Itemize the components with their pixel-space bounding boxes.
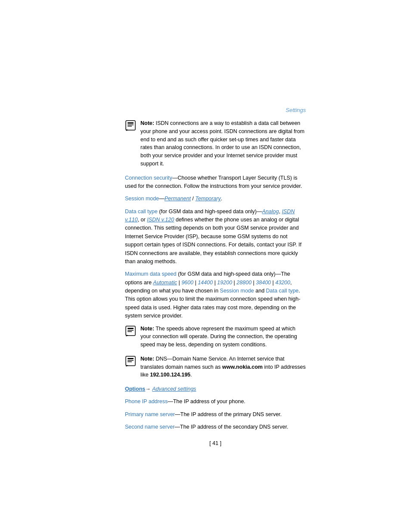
session-mode-link[interactable]: Session mode — [125, 196, 159, 202]
svg-rect-4 — [126, 326, 135, 336]
note2-bold: Note: — [140, 326, 154, 332]
second-name-text: —The IP address of the secondary DNS ser… — [174, 424, 288, 430]
settings-label: Settings — [286, 107, 306, 113]
note1-text: Note: ISDN connections are a way to esta… — [140, 119, 306, 168]
primary-name-link[interactable]: Primary name server — [125, 411, 175, 417]
note-block-2: Note: The speeds above represent the max… — [125, 325, 306, 349]
svg-rect-5 — [128, 328, 134, 329]
speed-28800: 28800 — [237, 280, 252, 286]
svg-rect-0 — [126, 121, 135, 130]
note1-body: ISDN connections are a way to establish … — [140, 120, 305, 167]
note1-bold: Note: — [140, 120, 154, 126]
data-call-type-text2: defines whether the phone uses an analog… — [125, 217, 302, 264]
svg-rect-10 — [128, 360, 134, 361]
svg-rect-6 — [128, 330, 134, 331]
note3-period: . — [190, 372, 192, 378]
phone-ip-para: Phone IP address—The IP address of your … — [125, 398, 306, 406]
data-call-type-link[interactable]: Data call type — [125, 208, 158, 215]
session-mode-slash: / — [191, 196, 195, 202]
connection-security-link[interactable]: Connection security — [125, 175, 172, 181]
page-number-text: [ 41 ] — [209, 440, 221, 446]
data-call-type-text1: (for GSM data and high-speed data only)— — [158, 208, 262, 215]
sep6: | — [271, 280, 275, 286]
speed-9600: 9600 — [181, 280, 193, 286]
sep5: | — [252, 280, 256, 286]
section-title: Settings — [125, 107, 306, 113]
session-mode-dash: — — [159, 196, 165, 202]
options-line: Options→ Advanced settings — [125, 385, 306, 393]
sep2: | — [193, 280, 198, 286]
svg-rect-3 — [128, 126, 132, 127]
svg-rect-7 — [128, 331, 132, 332]
note3-text: Note: DNS—Domain Name Service. An Intern… — [140, 355, 306, 379]
permanent-link[interactable]: Permanent — [165, 196, 191, 202]
note3-bold: Note: — [140, 356, 154, 362]
second-name-link[interactable]: Second name server — [125, 424, 174, 430]
note2-body: The speeds above represent the maximum s… — [140, 326, 297, 348]
note-block-1: Note: ISDN connections are a way to esta… — [125, 119, 306, 168]
sep3: | — [213, 280, 217, 286]
note3-ip: 192.100.124.195 — [150, 372, 190, 378]
svg-rect-1 — [128, 122, 134, 124]
svg-rect-11 — [128, 361, 132, 362]
session-mode-period: . — [221, 196, 222, 202]
primary-name-text: —The IP address of the primary DNS serve… — [175, 411, 282, 417]
content-area: Settings Note: ISDN connections are a wa… — [125, 107, 306, 446]
max-data-speed-link[interactable]: Maximum data speed — [125, 271, 177, 277]
speed-43200: 43200 — [275, 280, 290, 286]
temporary-link[interactable]: Temporary — [195, 196, 221, 202]
max-and: and — [254, 288, 266, 294]
svg-rect-9 — [128, 358, 134, 359]
note-block-3: Note: DNS—Domain Name Service. An Intern… — [125, 355, 306, 379]
note-icon-1 — [125, 120, 137, 132]
speed-19200: 19200 — [217, 280, 232, 286]
page: Settings Note: ISDN connections are a wa… — [0, 0, 411, 532]
note3-domain: www.nokia.com — [222, 364, 263, 370]
advanced-settings-link[interactable]: Advanced settings — [152, 386, 196, 392]
max-session-mode-link[interactable]: Session mode — [220, 288, 254, 294]
page-number: [ 41 ] — [125, 440, 306, 446]
data-call-type-comma2: , or — [138, 217, 147, 223]
phone-ip-link[interactable]: Phone IP address — [125, 398, 168, 404]
note-icon-3 — [125, 355, 137, 367]
speed-38400: 38400 — [256, 280, 271, 286]
sep4: | — [232, 280, 237, 286]
sep1: | — [177, 280, 181, 286]
note-icon-2 — [125, 325, 137, 337]
options-arrow: → — [145, 386, 152, 392]
analog-link[interactable]: Analog — [262, 208, 279, 215]
svg-rect-2 — [128, 124, 134, 125]
connection-security-para: Connection security—Choose whether Trans… — [125, 174, 306, 191]
second-name-para: Second name server—The IP address of the… — [125, 423, 306, 431]
max-data-call-type-link[interactable]: Data call type — [266, 288, 299, 294]
phone-ip-text: —The IP address of your phone. — [168, 398, 245, 404]
max-data-speed-para: Maximum data speed (for GSM data and hig… — [125, 270, 306, 320]
automatic-link[interactable]: Automatic — [153, 280, 177, 286]
note2-text: Note: The speeds above represent the max… — [140, 325, 306, 349]
speed-14400: 14400 — [198, 280, 213, 286]
svg-rect-8 — [126, 356, 135, 366]
session-mode-para: Session mode—Permanent / Temporary. — [125, 195, 306, 203]
options-link[interactable]: Options — [125, 386, 145, 392]
isdn-v120-link[interactable]: ISDN v.120 — [147, 217, 174, 223]
data-call-type-para: Data call type (for GSM data and high-sp… — [125, 208, 306, 266]
primary-name-para: Primary name server—The IP address of th… — [125, 411, 306, 419]
